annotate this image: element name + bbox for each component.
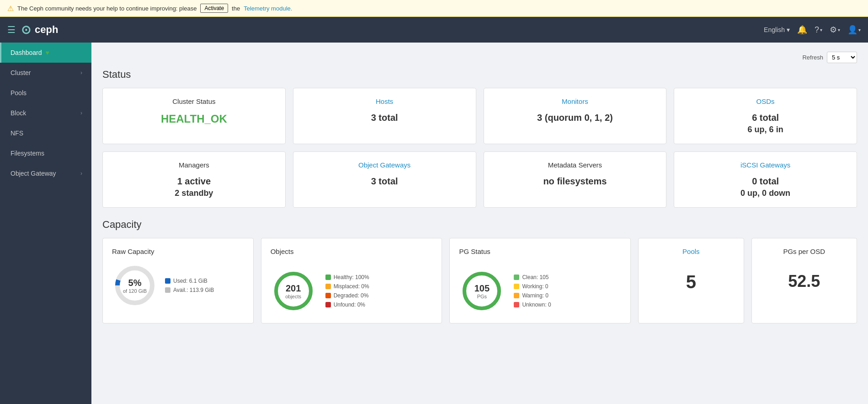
user-icon: 👤 — [847, 25, 857, 35]
capacity-title: Capacity — [102, 219, 857, 231]
managers-value1: 1 active — [112, 176, 276, 187]
pg-warning-label: Warning: 0 — [522, 292, 548, 299]
block-chevron-icon: › — [80, 110, 82, 116]
objects-degraded: Degraded: 0% — [325, 292, 369, 299]
avail-color-dot — [165, 287, 170, 293]
logo: ⊙ ceph — [21, 23, 758, 37]
objects-unfound-dot — [325, 302, 331, 307]
sidebar: Dashboard ♥ Cluster › Pools Block › NFS … — [0, 43, 91, 404]
sidebar-objectgateway-label: Object Gateway — [11, 170, 56, 177]
pg-clean-label: Clean: 105 — [522, 274, 548, 280]
objects-count-label: objects — [285, 294, 301, 299]
settings-button[interactable]: ⚙ ▾ — [830, 25, 840, 35]
objects-misplaced-dot — [325, 284, 331, 289]
objects-legend: Healthy: 100% Misplaced: 0% Degraded: 0% — [325, 274, 369, 308]
settings-caret: ▾ — [838, 27, 840, 32]
sidebar-item-block[interactable]: Block › — [0, 103, 91, 123]
pg-warning-dot — [514, 293, 519, 298]
status-grid: Cluster Status HEALTH_OK Hosts 3 total M… — [102, 88, 857, 208]
monitors-value: 3 (quorum 0, 1, 2) — [493, 113, 657, 123]
object-gateways-title[interactable]: Object Gateways — [358, 161, 410, 169]
refresh-label: Refresh — [802, 54, 823, 61]
capacity-grid: Raw Capacity 5% of 120 GiB — [102, 238, 857, 323]
banner-connector: the — [232, 5, 240, 12]
language-selector[interactable]: English ▾ — [764, 26, 790, 33]
hosts-title[interactable]: Hosts — [376, 97, 393, 105]
raw-capacity-legend: Used: 6.1 GiB Avail.: 113.9 GiB — [165, 278, 214, 293]
objects-healthy: Healthy: 100% — [325, 274, 369, 280]
help-button[interactable]: ? ▾ — [815, 25, 822, 35]
objects-healthy-label: Healthy: 100% — [334, 274, 369, 280]
pg-working: Working: 0 — [514, 283, 551, 290]
pg-unknown-label: Unknown: 0 — [522, 302, 551, 308]
hamburger-icon[interactable]: ☰ — [7, 24, 16, 35]
sidebar-item-nfs[interactable]: NFS — [0, 123, 91, 143]
sidebar-item-cluster[interactable]: Cluster › — [0, 63, 91, 83]
language-label: English — [764, 26, 785, 33]
objects-unfound: Unfound: 0% — [325, 302, 369, 308]
objects-misplaced-label: Misplaced: 0% — [334, 283, 369, 290]
object-gateways-card: Object Gateways 3 total — [293, 151, 476, 208]
osds-title[interactable]: OSDs — [756, 97, 775, 105]
pools-card: Pools 5 — [638, 238, 744, 323]
logo-text: ceph — [35, 24, 58, 36]
metadata-servers-title: Metadata Servers — [548, 161, 602, 169]
cluster-status-value: HEALTH_OK — [112, 113, 276, 125]
sidebar-filesystems-label: Filesystems — [11, 150, 44, 157]
health-heart-icon: ♥ — [46, 49, 49, 56]
hosts-card: Hosts 3 total — [293, 88, 476, 144]
raw-capacity-title: Raw Capacity — [112, 248, 154, 255]
language-caret: ▾ — [787, 26, 790, 33]
objects-count: 201 — [285, 283, 301, 294]
monitors-title[interactable]: Monitors — [562, 97, 588, 105]
objects-misplaced: Misplaced: 0% — [325, 283, 369, 290]
sidebar-pools-label: Pools — [11, 89, 27, 97]
objectgateway-chevron-icon: › — [80, 170, 82, 177]
monitors-card: Monitors 3 (quorum 0, 1, 2) — [484, 88, 667, 144]
user-button[interactable]: 👤 ▾ — [847, 25, 861, 35]
status-title: Status — [102, 69, 857, 81]
iscsi-gateways-title[interactable]: iSCSI Gateways — [740, 161, 790, 169]
pg-count-label: PGs — [474, 294, 490, 299]
topnav-right: English ▾ 🔔 ? ▾ ⚙ ▾ 👤 ▾ — [764, 25, 861, 35]
banner-text: The Ceph community needs your help to co… — [17, 5, 197, 12]
raw-capacity-donut-container: 5% of 120 GiB Used: 6.1 GiB Avail.: 113.… — [112, 263, 214, 308]
sidebar-item-pools[interactable]: Pools — [0, 83, 91, 103]
pg-clean: Clean: 105 — [514, 274, 551, 280]
gear-icon: ⚙ — [830, 25, 837, 35]
pg-working-label: Working: 0 — [522, 283, 548, 290]
telemetry-link[interactable]: Telemetry module. — [244, 5, 292, 12]
managers-title: Managers — [179, 161, 209, 169]
refresh-select[interactable]: 5 s 10 s 30 s 1 min — [827, 52, 857, 63]
raw-capacity-card: Raw Capacity 5% of 120 GiB — [102, 238, 254, 323]
sidebar-item-object-gateway[interactable]: Object Gateway › — [0, 163, 91, 183]
cluster-chevron-icon: › — [80, 70, 82, 76]
pg-warning: Warning: 0 — [514, 292, 551, 299]
warning-icon: ⚠ — [7, 4, 14, 13]
sidebar-dashboard-label: Dashboard — [11, 49, 42, 56]
refresh-bar: Refresh 5 s 10 s 30 s 1 min — [102, 52, 857, 63]
sidebar-item-dashboard[interactable]: Dashboard ♥ — [0, 43, 91, 63]
notifications-button[interactable]: 🔔 — [797, 25, 807, 35]
used-label: Used: 6.1 GiB — [173, 278, 208, 284]
pg-unknown-dot — [514, 302, 519, 307]
managers-value2: 2 standby — [112, 189, 276, 198]
sidebar-nfs-label: NFS — [11, 129, 23, 137]
activate-button[interactable]: Activate — [200, 4, 228, 13]
used-color-dot — [165, 278, 170, 284]
pools-title[interactable]: Pools — [682, 248, 700, 255]
objects-degraded-dot — [325, 293, 331, 298]
pgs-per-osd-card: PGs per OSD 52.5 — [751, 238, 857, 323]
pg-count: 105 — [474, 283, 490, 294]
objects-degraded-label: Degraded: 0% — [334, 292, 369, 299]
legend-avail: Avail.: 113.9 GiB — [165, 287, 214, 293]
pools-value: 5 — [686, 272, 696, 292]
topnav: ☰ ⊙ ceph English ▾ 🔔 ? ▾ ⚙ ▾ 👤 ▾ — [0, 17, 868, 43]
pg-status-title: PG Status — [459, 248, 621, 255]
cluster-status-title: Cluster Status — [172, 97, 215, 105]
raw-capacity-center: 5% of 120 GiB — [112, 278, 158, 294]
help-caret: ▾ — [820, 27, 822, 32]
pg-unknown: Unknown: 0 — [514, 302, 551, 308]
osds-card: OSDs 6 total 6 up, 6 in — [674, 88, 857, 144]
sidebar-item-filesystems[interactable]: Filesystems — [0, 143, 91, 163]
